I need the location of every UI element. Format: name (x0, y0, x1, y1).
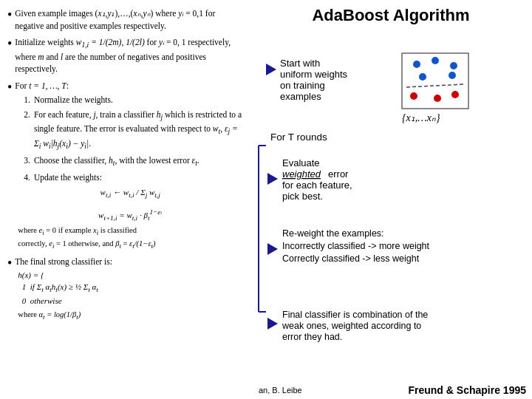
dot-red-2 (434, 95, 441, 102)
sub-num-4: 4. (24, 171, 30, 184)
bullet-3: • For t = 1, …, T: 1. Normalize the weig… (7, 80, 245, 251)
step5-line3: error they had. (282, 332, 342, 342)
step5-line2: weak ones, weighted according to (282, 321, 421, 331)
alpha-note: where αt = log(1/βt) (15, 309, 112, 322)
sub-item-3: 3. Choose the classifier, ht, with the l… (24, 154, 245, 168)
dot-blue-1 (413, 61, 420, 68)
formula-normalize: wt,i ← wt,i / Σj wt,j (15, 187, 245, 200)
step1-text-line2: uniform weights (280, 69, 348, 80)
sub-text-2: For each feature, j, train a classifier … (34, 109, 245, 151)
step4-line1: Re-weight the examples: (282, 228, 384, 239)
step5-line1: Final classifier is combination of the (282, 310, 428, 320)
step3-text-line1: Evaluate (282, 157, 320, 168)
step1-text-line3: on training (280, 80, 325, 91)
step3-text-line2: weighted (282, 168, 321, 180)
formula-update: wt+1,i = wt,i · βt1−eᵢ (15, 208, 245, 223)
step4-line2: Incorrectly classified -> more weight (282, 241, 430, 251)
right-panel: AdaBoost Algorithm Start with uniform we… (251, 0, 532, 399)
dot-blue-2 (432, 57, 439, 64)
flow-diagram: Start with uniform weights on training e… (254, 31, 528, 378)
formula-note: where ei = 0 if example xi is classified… (15, 225, 245, 251)
bullet-4-content: The final strong classifier is: h(x) = {… (15, 256, 112, 322)
sub-num-1: 1. (24, 94, 30, 106)
bullet-1-text: Given example images (x₁,y₁),…,(xₙ,yₙ) w… (15, 7, 245, 32)
sub-text-4: Update the weights: (34, 171, 102, 184)
bullet-3-text: For t = 1, …, T: (15, 81, 69, 90)
bullet-3-content: For t = 1, …, T: 1. Normalize the weight… (15, 80, 245, 251)
dot-blue-5 (449, 72, 456, 79)
sub-item-4: 4. Update the weights: (24, 171, 245, 184)
step4-line3: Correctly classified -> less weight (282, 253, 420, 264)
footer-reference: Freund & Schapire 1995 (408, 384, 526, 396)
set-notation: {x₁,…xₙ} (402, 112, 440, 123)
bullet-symbol-2: • (7, 37, 12, 50)
dot-red-3 (451, 91, 459, 98)
sub-num-3: 3. (24, 154, 30, 168)
bullet-4-text: The final strong classifier is: (15, 257, 112, 266)
step1-text-line4: examples (280, 91, 321, 102)
page-container: • Given example images (x₁,y₁),…,(xₙ,yₙ)… (0, 0, 532, 399)
dot-blue-4 (419, 73, 426, 81)
sub-item-1: 1. Normalize the weights. (24, 94, 245, 106)
dot-red-1 (410, 92, 417, 100)
footer-author: an, B. Leibe (259, 386, 302, 395)
bullet-symbol-3: • (7, 81, 12, 94)
dot-blue-3 (450, 62, 457, 69)
step1-text-line1: Start with (280, 58, 320, 69)
sub-text-3: Choose the classifier, ht, with the lowe… (34, 154, 200, 168)
step3-text-line3: for each feature, (282, 180, 352, 191)
left-panel: • Given example images (x₁,y₁),…,(xₙ,yₙ)… (0, 0, 251, 399)
step3-text-line2b: error (328, 168, 349, 180)
bullet-1: • Given example images (x₁,y₁),…,(xₙ,yₙ)… (7, 7, 245, 32)
bullet-symbol-4: • (7, 256, 12, 270)
step3-text-line4: pick best. (282, 191, 323, 202)
bullet-2-text: Initialize weights w1,i = 1/(2m), 1/(2l)… (15, 36, 245, 75)
sub-num-2: 2. (24, 109, 30, 151)
sub-item-2: 2. For each feature, j, train a classifi… (24, 109, 245, 151)
sub-text-1: Normalize the weights. (34, 94, 113, 106)
sub-list: 1. Normalize the weights. 2. For each fe… (15, 94, 245, 184)
footer: an, B. Leibe Freund & Schapire 1995 (251, 384, 532, 396)
bullet-4: • The final strong classifier is: h(x) =… (7, 256, 245, 322)
for-t-rounds-label: For T rounds (270, 132, 327, 143)
final-formula: h(x) = { 1 if Σt αtht(x) ≥ ½ Σt αt 0 oth… (15, 270, 112, 307)
bullet-2: • Initialize weights w1,i = 1/(2m), 1/(2… (7, 36, 245, 75)
page-title: AdaBoost Algorithm (254, 6, 528, 25)
bullet-symbol-1: • (7, 8, 12, 21)
